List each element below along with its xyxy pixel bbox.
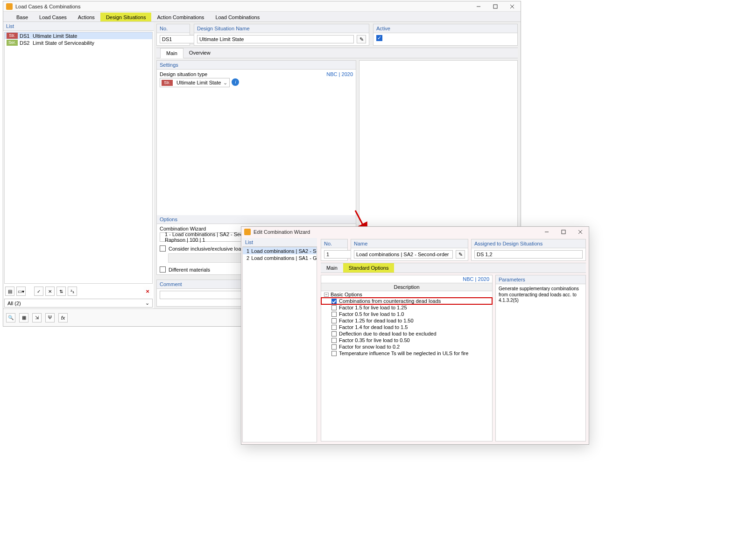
checkbox[interactable] xyxy=(331,325,337,330)
tab-load-combinations[interactable]: Load Combinations xyxy=(210,13,265,21)
item-name: Limit State of Serviceability xyxy=(33,40,94,46)
options-header: Options xyxy=(157,215,356,224)
cw-name-edit-button[interactable]: ✎ xyxy=(456,250,465,259)
checkbox[interactable] xyxy=(331,338,337,343)
check-button[interactable]: ✓ xyxy=(34,287,43,296)
checkbox[interactable] xyxy=(331,331,337,336)
cw-assigned-input[interactable] xyxy=(474,250,583,259)
dstype-label: Design situation type xyxy=(160,71,207,77)
close-button[interactable] xyxy=(504,1,521,12)
nbc-code: NBC | 2020 xyxy=(326,71,353,77)
tree-option[interactable]: Factor 1.25 for dead load to 1.50 xyxy=(321,317,492,324)
checkbox[interactable] xyxy=(331,318,337,323)
tree-option[interactable]: Temperature influence Ts will be neglect… xyxy=(321,350,492,357)
tree-button[interactable]: ⇲ xyxy=(32,313,42,322)
checkbox[interactable] xyxy=(331,299,337,304)
view-button[interactable]: ▦ xyxy=(19,313,28,322)
modal-tabs: MainStandard Options xyxy=(321,263,586,273)
checkbox[interactable] xyxy=(331,305,337,310)
name-input[interactable] xyxy=(197,35,354,43)
func-button[interactable]: fx xyxy=(58,313,68,322)
modal-titlebar: Edit Combination Wizard xyxy=(241,227,589,237)
left-pane: List Str.DS1Ultimate Limit StateSer.DS2L… xyxy=(3,22,154,308)
modal-tab-standard-options[interactable]: Standard Options xyxy=(343,263,395,273)
edit-name-button[interactable]: ✎ xyxy=(357,35,366,43)
checkbox[interactable] xyxy=(331,344,337,350)
new-button[interactable]: ▤ xyxy=(5,287,14,296)
active-checkbox[interactable]: ✓ xyxy=(376,35,382,41)
maximize-button[interactable] xyxy=(555,227,572,237)
uncheck-button[interactable]: ✕ xyxy=(45,287,55,296)
minimize-button[interactable] xyxy=(470,1,487,12)
modal-right-pane: No. Name ✎ Assigned to Design Situations… xyxy=(318,237,589,443)
tab-actions[interactable]: Actions xyxy=(72,13,100,21)
badge: Ser. xyxy=(7,40,18,46)
delete-button[interactable]: ✕ xyxy=(143,287,152,296)
tab-design-situations[interactable]: Design Situations xyxy=(100,13,152,21)
parameters-header: Parameters xyxy=(496,275,585,284)
list-toolbar: ▤ ▭▾ ✓ ✕ ⇅ ²₁ ✕ xyxy=(3,285,154,298)
app-icon xyxy=(6,3,13,10)
list-item[interactable]: Ser.DS2Limit State of Serviceability xyxy=(5,39,152,46)
item-name: Ultimate Limit State xyxy=(33,33,77,39)
tree-option[interactable]: Deflection due to dead load to be exclud… xyxy=(321,330,492,337)
titlebar: Load Cases & Combinations xyxy=(3,1,521,12)
modal-title: Edit Combination Wizard xyxy=(254,229,538,235)
tab-load-cases[interactable]: Load Cases xyxy=(34,13,72,21)
chk-inclusive[interactable] xyxy=(160,245,166,252)
minimize-button[interactable] xyxy=(538,227,555,237)
collapse-icon[interactable]: − xyxy=(324,293,329,297)
tree-option[interactable]: Factor 1.4 for dead load to 1.5 xyxy=(321,324,492,330)
description-header: Description xyxy=(321,283,492,291)
cw-name-input[interactable] xyxy=(354,250,453,259)
dstype-dropdown[interactable]: Str. Ultimate Limit State ⌄ xyxy=(160,78,230,87)
options-tree[interactable]: −Basic OptionsCombinations from countera… xyxy=(321,291,492,357)
settings-header: Settings xyxy=(157,61,356,70)
tree-option[interactable]: Factor 0.35 for live load to 0.50 xyxy=(321,337,492,343)
description-panel: NBC | 2020 Description −Basic OptionsCom… xyxy=(321,275,493,441)
close-button[interactable] xyxy=(572,227,589,237)
field-no: No. xyxy=(156,24,190,46)
cw-no-field: No. xyxy=(321,239,348,261)
zoom-button[interactable]: 🔍 xyxy=(6,313,15,322)
chk-materials[interactable] xyxy=(160,266,166,273)
item-code: DS2 xyxy=(20,40,33,46)
graph-button[interactable]: Ψ xyxy=(45,313,55,322)
tree-option[interactable]: Combinations from counteracting dead loa… xyxy=(321,298,492,304)
modal-tab-main[interactable]: Main xyxy=(321,263,343,273)
chevron-down-icon: ⌄ xyxy=(145,300,149,306)
copy-button[interactable]: ▭▾ xyxy=(16,287,26,296)
tree-option[interactable]: Factor for snow load to 0.2 xyxy=(321,343,492,350)
info-icon[interactable]: i xyxy=(232,78,239,86)
tree-option[interactable]: Factor 0.5 for live load to 1.0 xyxy=(321,311,492,317)
list-item[interactable]: Str.DS1Ultimate Limit State xyxy=(5,32,152,39)
checkbox[interactable] xyxy=(331,312,337,317)
modal-nbc: NBC | 2020 xyxy=(463,276,489,282)
edit-combination-wizard-dialog: Edit Combination Wizard List 1Load combi… xyxy=(241,226,589,445)
maximize-button[interactable] xyxy=(487,1,504,12)
tab-base[interactable]: Base xyxy=(11,13,34,21)
tree-option[interactable]: Factor 1.5 for live load to 1.25 xyxy=(321,304,492,311)
parameters-text: Generate supplementary combinations from… xyxy=(496,284,585,306)
renumber-button[interactable]: ²₁ xyxy=(68,287,77,296)
window-title: Load Cases & Combinations xyxy=(15,4,470,9)
reorder-button[interactable]: ⇅ xyxy=(56,287,66,296)
active-header: Active xyxy=(374,24,517,33)
design-situations-list[interactable]: Str.DS1Ultimate Limit StateSer.DS2Limit … xyxy=(4,32,153,284)
tab-action-combinations[interactable]: Action Combinations xyxy=(151,13,210,21)
subtab-overview[interactable]: Overview xyxy=(183,48,216,58)
tree-group[interactable]: −Basic Options xyxy=(321,291,492,298)
cw-list-item[interactable]: 2Load combinations | SA1 - Geom xyxy=(243,254,317,261)
checkbox[interactable] xyxy=(331,351,337,356)
cw-list[interactable]: 1Load combinations | SA2 - Secon2Load co… xyxy=(242,247,317,442)
cw-assigned-header: Assigned to Design Situations xyxy=(472,239,585,248)
filter-dropdown[interactable]: All (2) ⌄ xyxy=(4,299,153,308)
modal-left-pane: List 1Load combinations | SA2 - Secon2Lo… xyxy=(241,237,318,443)
subtab-main[interactable]: Main xyxy=(160,48,183,58)
cw-list-item[interactable]: 1Load combinations | SA2 - Secon xyxy=(243,247,317,254)
parameters-panel: Parameters Generate supplementary combin… xyxy=(495,275,586,441)
chk-materials-label: Different materials xyxy=(169,267,210,273)
svg-rect-6 xyxy=(562,230,565,234)
modal-icon xyxy=(244,229,251,235)
dstype-value: Ultimate Limit State xyxy=(175,80,221,85)
